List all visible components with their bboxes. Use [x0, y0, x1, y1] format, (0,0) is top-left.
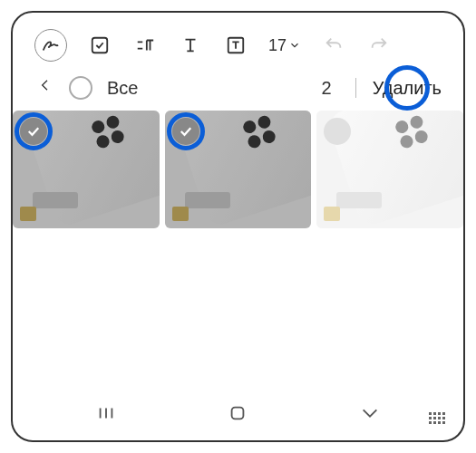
checkbox-tool-button[interactable] [87, 33, 112, 58]
select-all-label: Все [107, 78, 311, 99]
text-format-button[interactable] [132, 33, 158, 58]
undo-button[interactable] [321, 33, 346, 58]
recents-button[interactable] [88, 395, 124, 431]
editor-toolbar: 17 [13, 13, 463, 69]
delete-label: Удалить [373, 78, 442, 98]
select-all-checkbox[interactable] [69, 76, 92, 100]
checkmark-icon[interactable] [20, 118, 47, 145]
svg-rect-2 [232, 408, 244, 419]
navigation-bar [13, 386, 463, 440]
font-size-dropdown[interactable]: 17 [268, 36, 301, 55]
text-box-button[interactable] [223, 33, 248, 58]
checkmark-icon[interactable] [172, 118, 199, 145]
back-nav-button[interactable] [352, 395, 388, 431]
selection-count: 2 [322, 78, 332, 99]
font-size-value: 17 [268, 36, 287, 55]
selection-bar: Все 2 Удалить [13, 69, 463, 111]
svg-rect-0 [92, 38, 108, 53]
pen-tool-button[interactable] [34, 29, 67, 62]
image-gallery [13, 111, 463, 228]
home-button[interactable] [219, 395, 256, 431]
gallery-item[interactable] [165, 111, 312, 228]
redo-button[interactable] [366, 33, 392, 58]
keyboard-icon[interactable] [429, 412, 445, 424]
delete-button[interactable]: Удалить [373, 78, 442, 99]
divider [355, 78, 356, 98]
text-style-button[interactable] [178, 33, 203, 58]
gallery-item[interactable] [316, 111, 463, 228]
gallery-item[interactable] [13, 111, 160, 228]
back-button[interactable] [38, 74, 53, 101]
